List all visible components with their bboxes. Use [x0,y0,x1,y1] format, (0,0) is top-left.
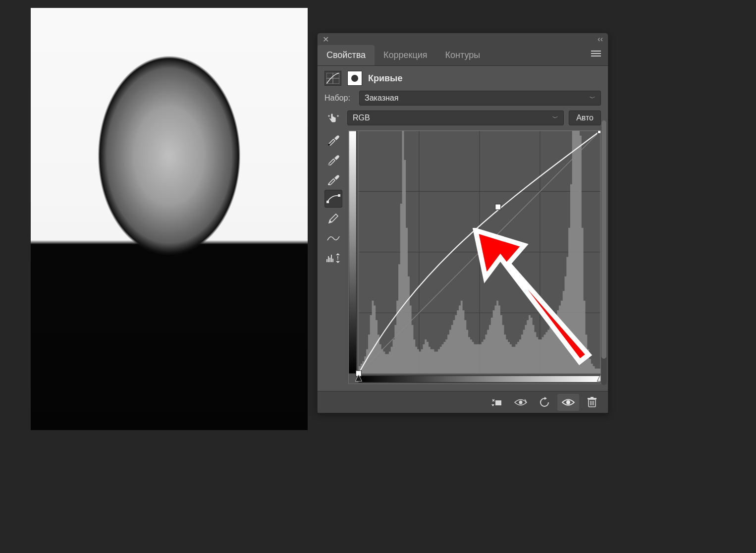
svg-rect-16 [329,258,330,262]
histogram-clip-icon[interactable]: ! [324,249,342,267]
svg-point-35 [519,400,523,404]
view-previous-icon[interactable] [510,394,532,411]
chevron-down-icon: ﹀ [590,94,595,103]
svg-point-9 [328,144,330,146]
svg-rect-13 [338,194,340,197]
svg-rect-32 [495,204,501,210]
properties-panel: ✕ ‹‹ Свойства Коррекция Контуры Кривые Н… [317,33,608,413]
svg-rect-17 [331,255,332,262]
preset-value: Заказная [365,94,398,103]
eyedropper-gray-icon[interactable] [324,150,342,168]
tab-contours[interactable]: Контуры [436,45,489,65]
svg-rect-42 [591,397,594,398]
document-canvas[interactable] [31,8,308,430]
svg-point-11 [328,183,330,185]
chevron-down-icon: ﹀ [552,114,558,122]
svg-rect-41 [588,398,596,399]
curves-graph[interactable] [348,130,601,384]
layer-mask-icon[interactable] [347,71,362,86]
tab-correction[interactable]: Коррекция [375,45,436,65]
tab-properties[interactable]: Свойства [318,45,375,65]
svg-text:!: ! [337,255,339,261]
eyedropper-black-icon[interactable] [324,130,342,148]
svg-rect-20 [349,131,356,374]
panel-menu-icon[interactable] [584,45,608,65]
curve-point-tool-icon[interactable] [324,190,342,208]
svg-rect-15 [328,256,329,262]
visibility-icon[interactable] [557,394,579,411]
svg-rect-21 [359,376,600,383]
adjustment-title: Кривые [368,73,403,84]
svg-rect-18 [332,259,333,262]
preset-select[interactable]: Заказная ﹀ [359,91,601,106]
eyedropper-white-icon[interactable] [324,170,342,188]
curves-adjustment-icon [324,71,341,86]
preset-label: Набор: [324,94,354,103]
pencil-tool-icon[interactable] [324,210,342,227]
smooth-tool-icon[interactable] [324,229,342,247]
auto-button[interactable]: Авто [569,111,601,125]
svg-rect-12 [326,201,329,203]
channel-value: RGB [353,113,370,122]
panel-tabs: Свойства Коррекция Контуры [318,45,608,66]
panel-scrollbar[interactable] [601,120,607,385]
svg-point-10 [328,164,330,166]
panel-collapse-icon[interactable]: ‹‹ [597,35,603,44]
clip-to-layer-icon[interactable] [486,394,508,411]
svg-point-36 [566,400,570,404]
channel-select[interactable]: RGB ﹀ [347,111,564,125]
svg-rect-34 [495,400,501,405]
svg-rect-14 [326,259,327,262]
reset-icon[interactable] [534,394,555,411]
targeted-adjust-tool[interactable] [324,111,342,125]
svg-rect-33 [597,131,600,134]
delete-icon[interactable] [581,394,603,411]
panel-close-icon[interactable]: ✕ [323,35,329,44]
